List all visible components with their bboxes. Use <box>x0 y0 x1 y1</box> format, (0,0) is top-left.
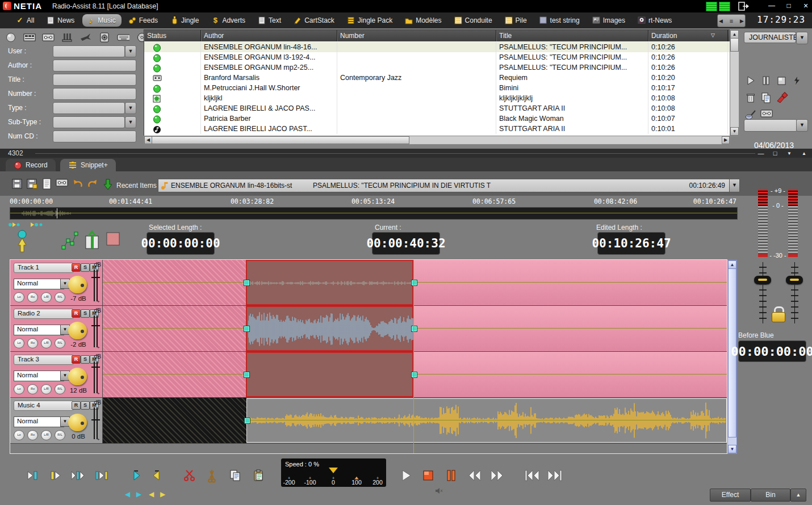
track-mode-select[interactable]: Normal <box>14 279 64 289</box>
track-lane[interactable] <box>103 352 727 397</box>
tab-menu-icon[interactable]: ≡ <box>730 18 733 24</box>
selection-handle-left[interactable] <box>244 372 250 378</box>
cassette-button[interactable] <box>56 178 68 191</box>
tab-cartstack[interactable]: CartStack <box>289 14 340 27</box>
panel-expand-button[interactable]: ▲ <box>790 489 806 502</box>
nudge-out-left-button[interactable]: ◀ <box>149 490 157 497</box>
waveform-overview-bar[interactable] <box>10 207 738 220</box>
tracks-scroll-up-icon[interactable]: ▲ <box>728 260 736 269</box>
gain-knob[interactable] <box>68 368 87 385</box>
duration-filter-icon[interactable]: ▽ <box>711 32 715 38</box>
selection-handle-left[interactable] <box>244 326 250 332</box>
minimize-button[interactable]: — <box>765 1 778 11</box>
pan-lo-button[interactable]: Lo <box>14 292 24 302</box>
maximize-button[interactable]: □ <box>782 1 795 11</box>
tab-news[interactable]: News <box>42 14 80 27</box>
play-button[interactable] <box>745 75 757 86</box>
solo-button[interactable]: S <box>81 309 90 318</box>
tab-music[interactable]: ♪ Music <box>82 14 121 27</box>
column-header-title[interactable]: Title <box>496 30 648 41</box>
table-row[interactable]: ENSEMBLE ORGANUM lin-48-16... PSALMELLUS… <box>144 42 730 52</box>
column-header-number[interactable]: Number <box>337 30 496 41</box>
selection-region[interactable] <box>246 352 413 397</box>
region-tool-icon[interactable] <box>106 232 120 246</box>
lock-icon[interactable] <box>771 306 785 322</box>
track-fader[interactable]: dB + <box>90 399 102 442</box>
gain-knob[interactable] <box>68 322 87 339</box>
selection-handle-right[interactable] <box>411 326 417 332</box>
recent-item-combo[interactable]: ENSEMBLE ORGANUM lin-48-16bits-st PSALME… <box>158 179 730 192</box>
table-row[interactable]: Patricia Barber Black Magic Woman 0:10:0… <box>144 113 730 124</box>
mark-in-button[interactable] <box>129 469 145 483</box>
selection-region[interactable] <box>246 260 413 305</box>
fader-right-handle[interactable] <box>786 276 803 284</box>
filter-sphere-icon[interactable] <box>5 32 17 43</box>
goto-selection-button[interactable] <box>94 469 110 483</box>
track-name[interactable]: Radio 2 <box>14 309 74 319</box>
solo-button[interactable]: S <box>81 263 90 272</box>
filter-speaker-icon[interactable] <box>98 32 111 43</box>
author-input[interactable] <box>53 60 136 71</box>
editor-tab-record[interactable]: Record <box>6 159 56 171</box>
table-row[interactable]: LAGRENE BIRELLI & JACO PAS... STUTTGART … <box>144 103 730 113</box>
clip-region-hatched[interactable] <box>103 306 246 351</box>
track-mode-select[interactable]: Normal <box>14 371 64 381</box>
fader-left-handle[interactable] <box>754 276 771 284</box>
rewind-button[interactable] <box>467 469 483 483</box>
filter-keyboard-icon[interactable] <box>117 32 129 43</box>
pan-l-r-button[interactable]: L/R <box>41 338 52 348</box>
editor-expand-button[interactable]: ▲ <box>798 151 810 156</box>
track-mode-select[interactable]: Normal <box>14 325 64 335</box>
tab-scroll-left-icon[interactable]: ◀ <box>719 18 723 24</box>
overview-cursor[interactable] <box>57 208 57 218</box>
clip-region[interactable] <box>413 352 727 397</box>
pan-lo-button[interactable]: Lo <box>14 338 24 348</box>
pause-button[interactable] <box>760 75 773 86</box>
nudge-out-right-button[interactable]: ▶ <box>160 490 168 497</box>
table-row[interactable]: kljkljkl kljkljkljkljklj 0:10:08 <box>144 93 730 103</box>
secondary-select[interactable] <box>744 119 797 132</box>
save-as-button[interactable] <box>26 178 39 191</box>
table-row[interactable]: ENSEMBLE ORGANUM l3-192-4... PSALMELLUS:… <box>144 52 730 62</box>
pan-r-l-button[interactable]: R/L <box>55 338 65 348</box>
clip-region[interactable] <box>413 306 727 351</box>
clip-region-hatched[interactable] <box>103 260 246 305</box>
clip-region-hatched[interactable] <box>103 352 246 397</box>
cursor-tool-icon[interactable] <box>16 229 28 254</box>
gain-knob[interactable] <box>68 276 87 293</box>
pan-ro-button[interactable]: Ro <box>27 292 38 302</box>
envelope-tool-icon[interactable] <box>61 229 78 252</box>
skip-to-start-button[interactable] <box>524 469 539 483</box>
track-name[interactable]: Track 3 <box>14 355 74 365</box>
tab-text[interactable]: Text <box>253 14 287 27</box>
copy-button[interactable] <box>228 469 244 483</box>
skip-to-end-button[interactable] <box>546 469 562 483</box>
pan-l-r-button[interactable]: L/R <box>41 430 52 440</box>
clip-region[interactable] <box>246 398 727 443</box>
num-cd-input[interactable] <box>53 131 136 142</box>
column-header-duration[interactable]: Duration▽ <box>648 30 728 41</box>
track-fader[interactable]: dB + <box>90 307 102 350</box>
sweep-button[interactable] <box>776 92 788 103</box>
editor-minimize-button[interactable]: — <box>755 150 767 157</box>
number-input[interactable] <box>53 88 136 100</box>
sub-type-arrow-icon[interactable]: ▼ <box>125 116 136 128</box>
pan-ro-button[interactable]: Ro <box>27 430 38 440</box>
playhead-cursor[interactable] <box>413 260 414 453</box>
tab-pile[interactable]: Pile <box>500 14 533 27</box>
type-arrow-icon[interactable]: ▼ <box>125 102 136 114</box>
pan-r-l-button[interactable]: R/L <box>55 430 65 440</box>
track-name[interactable]: Music 4 <box>14 401 74 411</box>
pan-ro-button[interactable]: Ro <box>27 338 38 348</box>
table-hscroll-thumb[interactable] <box>152 136 409 144</box>
table-scroll-up-icon[interactable]: ▲ <box>730 30 739 39</box>
table-vscroll-thumb[interactable] <box>730 38 739 52</box>
type-input[interactable] <box>53 102 125 114</box>
solo-button[interactable]: S <box>81 401 90 410</box>
undo-button[interactable] <box>72 178 84 191</box>
pan-r-l-button[interactable]: R/L <box>55 384 65 394</box>
pan-l-r-button[interactable]: L/R <box>41 384 52 394</box>
cut-split-button[interactable] <box>206 469 221 483</box>
close-button[interactable]: × <box>800 1 812 11</box>
track-lane[interactable] <box>103 398 727 443</box>
